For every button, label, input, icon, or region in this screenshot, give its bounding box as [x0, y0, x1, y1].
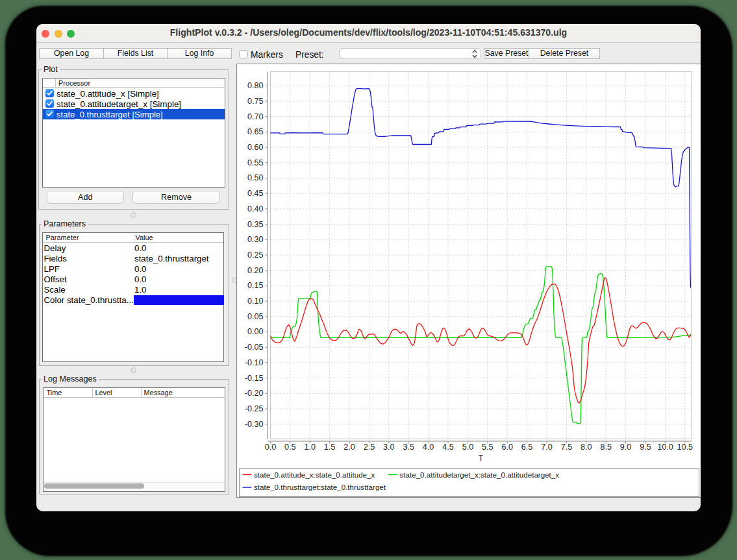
svg-text:0.35: 0.35 — [247, 219, 264, 228]
svg-text:0.00: 0.00 — [247, 327, 264, 336]
svg-text:T: T — [479, 454, 484, 463]
svg-text:-0.15: -0.15 — [245, 373, 264, 382]
svg-text:0.75: 0.75 — [247, 96, 264, 105]
svg-text:0.50: 0.50 — [247, 173, 264, 182]
svg-text:8.5: 8.5 — [600, 443, 612, 452]
svg-text:4.0: 4.0 — [423, 443, 434, 452]
svg-text:10.5: 10.5 — [677, 443, 693, 452]
svg-text:7.5: 7.5 — [561, 443, 573, 452]
svg-text:0.25: 0.25 — [247, 250, 264, 259]
svg-text:-0.05: -0.05 — [245, 343, 264, 352]
svg-text:-0.10: -0.10 — [245, 358, 264, 367]
svg-text:state_0.attitudetarget_x:state: state_0.attitudetarget_x:state_0.attitud… — [400, 470, 560, 478]
svg-text:4.5: 4.5 — [442, 443, 454, 452]
svg-text:0.30: 0.30 — [247, 235, 264, 244]
svg-text:0.5: 0.5 — [284, 443, 296, 452]
svg-text:7.0: 7.0 — [541, 443, 553, 452]
svg-text:0.20: 0.20 — [247, 265, 264, 274]
svg-text:state_0.attitude_x:state_0.att: state_0.attitude_x:state_0.attitude_x — [254, 470, 375, 478]
svg-text:8.0: 8.0 — [581, 443, 592, 452]
svg-text:0.80: 0.80 — [247, 81, 264, 90]
svg-text:9.0: 9.0 — [620, 443, 632, 452]
svg-text:1.5: 1.5 — [324, 443, 336, 452]
svg-text:1.0: 1.0 — [304, 443, 316, 452]
svg-text:0.65: 0.65 — [247, 127, 264, 136]
svg-text:0.0: 0.0 — [265, 443, 277, 452]
svg-text:6.5: 6.5 — [521, 443, 533, 452]
svg-text:0.70: 0.70 — [247, 112, 264, 121]
svg-text:-0.25: -0.25 — [245, 404, 264, 413]
svg-text:0.55: 0.55 — [247, 158, 264, 167]
svg-text:10.0: 10.0 — [657, 443, 673, 452]
svg-text:3.0: 3.0 — [383, 443, 395, 452]
svg-text:2.5: 2.5 — [364, 443, 375, 452]
svg-text:state_0.thrusttarget:state_0.t: state_0.thrusttarget:state_0.thrusttarge… — [254, 483, 386, 491]
svg-text:0.10: 0.10 — [247, 297, 264, 306]
svg-text:-0.30: -0.30 — [245, 419, 264, 428]
svg-text:0.45: 0.45 — [247, 189, 264, 198]
svg-text:9.5: 9.5 — [640, 443, 651, 452]
svg-text:0.40: 0.40 — [247, 204, 264, 213]
svg-text:0.60: 0.60 — [247, 143, 264, 152]
svg-text:0.05: 0.05 — [247, 311, 264, 321]
svg-text:0.15: 0.15 — [247, 281, 264, 290]
svg-text:-0.20: -0.20 — [245, 389, 264, 398]
svg-text:5.5: 5.5 — [482, 443, 493, 452]
svg-text:6.0: 6.0 — [501, 443, 513, 452]
svg-text:3.5: 3.5 — [403, 443, 414, 452]
svg-text:5.0: 5.0 — [462, 443, 474, 452]
svg-text:2.0: 2.0 — [344, 443, 355, 452]
